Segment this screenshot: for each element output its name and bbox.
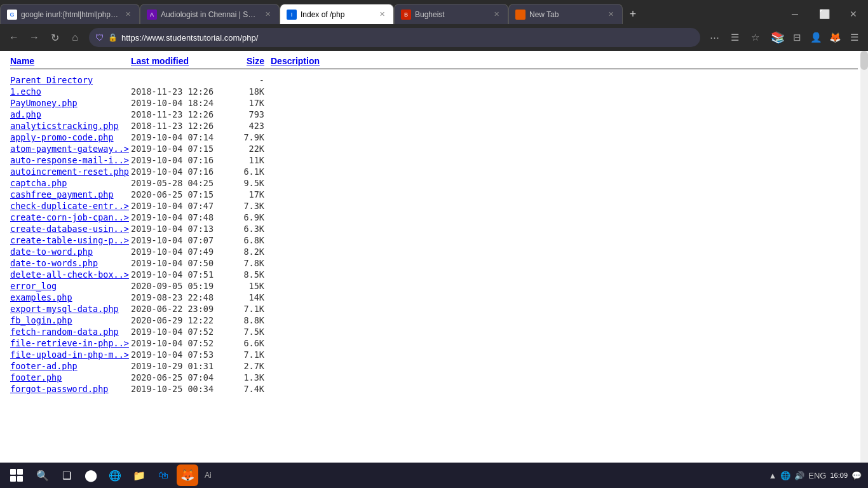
col-name-header[interactable]: Name bbox=[10, 56, 131, 66]
file-link[interactable]: create-corn-job-cpan..> bbox=[10, 212, 129, 222]
file-link[interactable]: create-table-using-p..> bbox=[10, 235, 129, 245]
table-row: export-mysql-data.php 2020-06-22 23:09 7… bbox=[10, 303, 858, 315]
bookmark-button[interactable]: ☆ bbox=[746, 29, 764, 46]
volume-icon[interactable]: 🔊 bbox=[794, 471, 804, 477]
firefox-taskbar-button[interactable]: 🦊 bbox=[177, 464, 198, 477]
parent-directory-link[interactable]: Parent Directory bbox=[10, 75, 93, 85]
file-link[interactable]: apply-promo-code.php bbox=[10, 132, 114, 142]
file-size: 7.9K bbox=[233, 132, 264, 142]
file-link[interactable]: atom-payment-gateway..> bbox=[10, 144, 129, 154]
refresh-button[interactable]: ↻ bbox=[46, 29, 64, 46]
address-bar[interactable]: 🛡 🔒 https://www.studentstutorial.com/php… bbox=[89, 28, 700, 47]
file-link[interactable]: delete-all-check-box..> bbox=[10, 269, 129, 280]
tab-close-bug[interactable]: ✕ bbox=[491, 10, 501, 20]
more-button[interactable]: ⋯ bbox=[705, 29, 723, 46]
tab-close-audio[interactable]: ✕ bbox=[262, 10, 273, 20]
sidebar-icon[interactable]: ⊟ bbox=[788, 29, 806, 46]
sort-description-link[interactable]: Description bbox=[271, 56, 320, 66]
file-modified: 2019-08-23 22:48 bbox=[131, 292, 233, 302]
url-display: https://www.studentstutorial.com/php/ bbox=[121, 33, 694, 43]
file-link[interactable]: file-upload-in-php-m..> bbox=[10, 349, 129, 360]
tab-index[interactable]: I Index of /php ✕ bbox=[280, 4, 394, 24]
file-size: 8.5K bbox=[233, 269, 264, 280]
pocket-button[interactable]: ☰ bbox=[726, 29, 743, 46]
file-link[interactable]: captcha.php bbox=[10, 178, 67, 188]
restore-button[interactable]: ⬜ bbox=[810, 4, 839, 24]
file-link[interactable]: analyticstracking.php bbox=[10, 121, 119, 131]
tab-bugheist[interactable]: B Bugheist ✕ bbox=[394, 4, 508, 24]
file-name-col: apply-promo-code.php bbox=[10, 132, 131, 142]
search-taskbar-button[interactable]: 🔍 bbox=[32, 464, 53, 477]
notification-icon[interactable]: 💬 bbox=[851, 471, 862, 477]
network-icon[interactable]: 🌐 bbox=[780, 471, 790, 477]
col-description-header[interactable]: Description bbox=[264, 56, 858, 66]
home-button[interactable]: ⌂ bbox=[66, 29, 84, 46]
file-size: 9.5K bbox=[233, 178, 264, 188]
file-name-col: fetch-random-data.php bbox=[10, 327, 131, 337]
firefox-account-icon[interactable]: 🦊 bbox=[826, 29, 844, 46]
col-modified-header[interactable]: Last modified bbox=[131, 56, 233, 66]
file-link[interactable]: fb_login.php bbox=[10, 315, 72, 325]
parent-dir-link-col: Parent Directory bbox=[10, 75, 131, 85]
file-link[interactable]: fetch-random-data.php bbox=[10, 327, 119, 337]
table-row: ad.php 2018-11-23 12:26 793 bbox=[10, 109, 858, 120]
taskbar: 🔍 ❑ ⬤ 🌐 📁 🛍 🦊 Ai ▲ 🌐 🔊 ENG 16:09 💬 bbox=[0, 463, 868, 477]
library-icon[interactable]: 📚 bbox=[769, 29, 787, 46]
tab-close-index[interactable]: ✕ bbox=[377, 10, 387, 20]
minimize-button[interactable]: ─ bbox=[780, 4, 810, 24]
up-arrow-icon[interactable]: ▲ bbox=[768, 471, 776, 477]
sort-name-link[interactable]: Name bbox=[10, 56, 34, 66]
file-link[interactable]: auto-response-mail-i..> bbox=[10, 155, 129, 165]
new-tab-button[interactable]: + bbox=[623, 4, 643, 24]
file-link[interactable]: error_log bbox=[10, 281, 57, 291]
col-size-header[interactable]: Size bbox=[233, 56, 264, 66]
back-button[interactable]: ← bbox=[5, 29, 23, 46]
file-size: 17K bbox=[233, 98, 264, 108]
file-size: 7.5K bbox=[233, 327, 264, 337]
sort-modified-link[interactable]: Last modified bbox=[131, 56, 189, 66]
file-link[interactable]: date-to-words.php bbox=[10, 258, 98, 268]
file-link[interactable]: cashfree_payment.php bbox=[10, 189, 114, 200]
menu-icon[interactable]: ☰ bbox=[845, 29, 863, 46]
file-size: 18K bbox=[233, 86, 264, 97]
explorer-button[interactable]: 📁 bbox=[128, 464, 150, 477]
sort-size-link[interactable]: Size bbox=[247, 56, 264, 66]
file-link[interactable]: file-retrieve-in-php..> bbox=[10, 338, 129, 348]
file-link[interactable]: examples.php bbox=[10, 292, 72, 302]
file-size: 11K bbox=[233, 155, 264, 165]
start-button[interactable] bbox=[4, 464, 29, 477]
cortana-button[interactable]: ⬤ bbox=[80, 464, 102, 477]
close-button[interactable]: ✕ bbox=[839, 4, 868, 24]
clock: 16:09 bbox=[830, 471, 848, 477]
file-link[interactable]: footer.php bbox=[10, 372, 62, 383]
file-link[interactable]: 1.echo bbox=[10, 86, 41, 97]
store-button[interactable]: 🛍 bbox=[153, 464, 174, 477]
file-link[interactable]: footer-ad.php bbox=[10, 361, 78, 371]
tab-close-new[interactable]: ✕ bbox=[606, 10, 616, 20]
file-modified: 2019-10-04 07:14 bbox=[131, 132, 233, 142]
file-link[interactable]: forgot-password.php bbox=[10, 384, 108, 394]
file-name-col: analyticstracking.php bbox=[10, 121, 131, 131]
scrollbar-thumb[interactable] bbox=[860, 51, 868, 70]
file-link[interactable]: PayUmoney.php bbox=[10, 98, 78, 108]
file-link[interactable]: check-duplicate-entr..> bbox=[10, 201, 129, 211]
file-link[interactable]: create-database-usin..> bbox=[10, 224, 129, 234]
tab-audiologist[interactable]: A Audiologist in Chennai | Speec ✕ bbox=[140, 4, 280, 24]
file-link[interactable]: export-mysql-data.php bbox=[10, 304, 119, 314]
file-name-col: date-to-words.php bbox=[10, 258, 131, 268]
file-size: 6.9K bbox=[233, 212, 264, 222]
scrollbar[interactable] bbox=[860, 51, 868, 477]
edge-button[interactable]: 🌐 bbox=[104, 464, 126, 477]
tab-google[interactable]: G google inurl:{html|html|php|pl> ✕ bbox=[0, 4, 140, 24]
forward-button[interactable]: → bbox=[25, 29, 43, 46]
file-link[interactable]: date-to-word.php bbox=[10, 247, 93, 257]
file-link[interactable]: ad.php bbox=[10, 109, 41, 119]
table-row: delete-all-check-box..> 2019-10-04 07:51… bbox=[10, 269, 858, 280]
file-link[interactable]: autoincrement-reset.php bbox=[10, 166, 129, 177]
account-icon[interactable]: 👤 bbox=[807, 29, 825, 46]
file-name-col: error_log bbox=[10, 281, 131, 291]
file-size: 1.3K bbox=[233, 372, 264, 383]
task-view-button[interactable]: ❑ bbox=[56, 464, 78, 477]
tab-newtab[interactable]: New Tab ✕ bbox=[508, 4, 623, 24]
tab-close-google[interactable]: ✕ bbox=[123, 10, 133, 20]
